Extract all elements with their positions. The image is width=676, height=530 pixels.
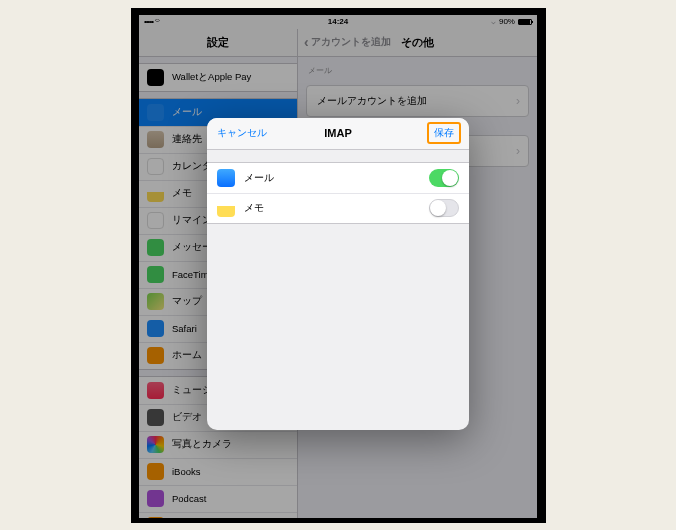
modal-body: メールメモ (207, 150, 469, 430)
imap-modal: キャンセル IMAP 保存 メールメモ (207, 118, 469, 430)
device-frame: ••••• ⌔ 14:24 ⌵ 90% 設定 WalletとApple Pay (131, 8, 546, 523)
service-label: メール (244, 171, 274, 185)
modal-overlay: キャンセル IMAP 保存 メールメモ (139, 15, 537, 518)
toggle-switch[interactable] (429, 169, 459, 187)
modal-row: メモ (207, 193, 469, 223)
screen: ••••• ⌔ 14:24 ⌵ 90% 設定 WalletとApple Pay (139, 15, 537, 518)
cancel-button[interactable]: キャンセル (217, 126, 267, 140)
modal-rows: メールメモ (207, 162, 469, 224)
modal-row: メール (207, 163, 469, 193)
save-button[interactable]: 保存 (427, 122, 461, 144)
modal-header: キャンセル IMAP 保存 (207, 118, 469, 150)
modal-title: IMAP (324, 127, 352, 139)
service-icon (217, 169, 235, 187)
toggle-switch[interactable] (429, 199, 459, 217)
service-label: メモ (244, 201, 264, 215)
service-icon (217, 199, 235, 217)
